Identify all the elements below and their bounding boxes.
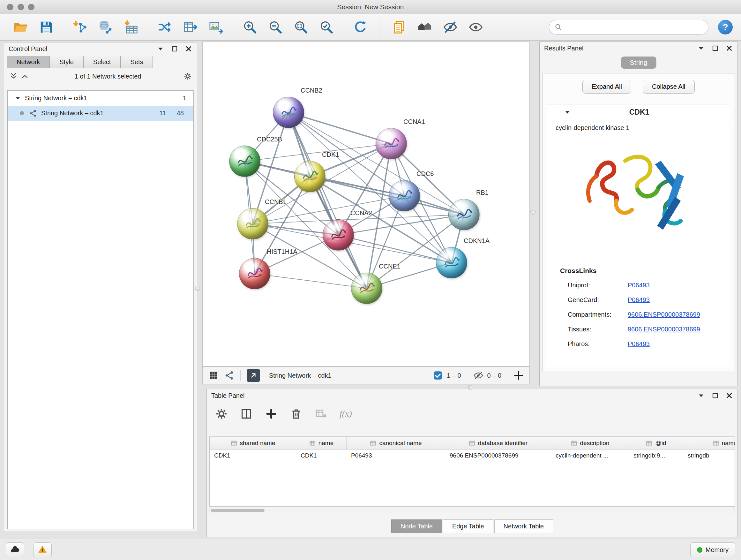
network-node-CDC25B[interactable] (229, 145, 260, 177)
cloud-services-button[interactable] (6, 543, 24, 557)
close-window-button[interactable] (7, 4, 13, 10)
network-node-CCNE1[interactable] (351, 273, 382, 304)
network-node-CCNA2[interactable] (323, 219, 354, 251)
search-box[interactable] (549, 20, 709, 35)
show-graphics-details-button[interactable] (467, 17, 485, 37)
import-table-from-file-button[interactable] (122, 17, 140, 37)
close-panel-icon[interactable] (725, 392, 733, 399)
selected-elements-checkbox-icon[interactable] (433, 370, 443, 381)
tab-network[interactable]: Network (7, 56, 50, 68)
collapse-panel-icon[interactable] (697, 392, 705, 399)
table-cell[interactable]: P06493 (347, 449, 445, 462)
column-header[interactable]: @id (629, 437, 683, 449)
table-cell[interactable]: 9606.ENSP00000378699 (445, 449, 551, 462)
zoom-in-button[interactable] (241, 17, 259, 37)
crosslink-value-link[interactable]: P06493 (628, 296, 650, 304)
network-node-CDC6[interactable] (389, 180, 420, 211)
network-node-CCNB1[interactable] (237, 208, 268, 240)
save-session-button[interactable] (37, 17, 56, 37)
network-view-canvas[interactable]: CCNB2CCNA1CDC25BCDK1CDC6RB1CCNB1CCNA2CDK… (202, 42, 530, 367)
panel-resize-handle-left[interactable] (195, 286, 200, 291)
export-image-button[interactable] (207, 17, 225, 37)
network-node-CDKN1A[interactable] (436, 247, 467, 278)
fit-content-crosshair-icon[interactable] (514, 370, 524, 381)
column-header[interactable]: canonical name (347, 437, 445, 449)
expand-all-button[interactable]: Expand All (583, 80, 631, 94)
zoom-out-button[interactable] (266, 17, 285, 37)
table-cell[interactable]: stringdb (683, 449, 735, 462)
column-header[interactable]: name (296, 437, 347, 449)
panel-resize-handle-right[interactable] (530, 210, 536, 215)
panel-resize-handle-bottom[interactable] (468, 385, 473, 390)
export-table-button[interactable] (181, 17, 200, 37)
network-collection-row[interactable]: String Network – cdk1 1 (8, 91, 193, 106)
close-panel-icon[interactable] (725, 44, 733, 52)
tab-node-table[interactable]: Node Table (391, 519, 442, 533)
open-in-new-window-button[interactable] (247, 369, 260, 382)
table-horizontal-scrollbar[interactable] (209, 508, 735, 513)
maximize-window-button[interactable] (28, 4, 35, 10)
table-row[interactable]: CDK1CDK1P064939606.ENSP00000378699cyclin… (210, 449, 735, 462)
warnings-button[interactable] (33, 543, 52, 557)
help-button[interactable]: ? (718, 20, 733, 35)
float-panel-icon[interactable] (171, 45, 179, 53)
tab-edge-table[interactable]: Edge Table (443, 519, 493, 533)
search-input[interactable] (565, 23, 703, 31)
home-layout-button[interactable] (415, 17, 434, 37)
crosslink-value-link[interactable]: P06493 (628, 282, 650, 289)
float-panel-icon[interactable] (711, 392, 719, 399)
table-cell[interactable]: CDK1 (296, 449, 347, 462)
column-header[interactable]: shared name (210, 437, 296, 449)
add-column-icon[interactable] (265, 408, 278, 420)
crosslink-value-link[interactable]: 9606.ENSP00000378699 (628, 326, 700, 333)
network-edge[interactable] (288, 112, 391, 144)
birds-eye-view-icon[interactable] (208, 370, 219, 381)
column-header[interactable]: namespac (683, 437, 735, 449)
collapse-panel-icon[interactable] (157, 45, 164, 53)
import-network-from-file-button[interactable] (71, 17, 89, 37)
network-analyzer-button[interactable] (156, 17, 174, 37)
tab-style[interactable]: Style (50, 56, 83, 68)
scrollbar-thumb[interactable] (211, 509, 265, 512)
network-node-RB1[interactable] (448, 199, 480, 230)
gene-collapse-icon[interactable] (564, 109, 571, 116)
tab-network-table[interactable]: Network Table (494, 519, 553, 533)
network-node-HIST1H1A[interactable] (239, 258, 270, 289)
network-node-CCNB2[interactable] (273, 97, 304, 128)
network-row-selected[interactable]: String Network – cdk1 11 48 (8, 106, 193, 121)
network-edge[interactable] (288, 112, 367, 288)
crosslink-value-link[interactable]: P06493 (628, 340, 650, 348)
network-node-CDK1[interactable] (294, 161, 326, 192)
copy-style-button[interactable] (390, 17, 408, 37)
function-builder-button[interactable]: f(x) (340, 409, 352, 419)
zoom-selected-region-button[interactable] (317, 17, 336, 37)
hide-annotations-button[interactable] (441, 17, 460, 37)
network-node-CCNA1[interactable] (376, 128, 407, 159)
tab-select[interactable]: Select (84, 56, 121, 68)
refresh-network-button[interactable] (351, 17, 369, 37)
tab-string[interactable]: String (621, 57, 657, 69)
network-options-gear-icon[interactable] (184, 72, 192, 80)
column-header[interactable]: description (551, 437, 629, 449)
memory-button[interactable]: Memory (690, 543, 735, 557)
column-header[interactable]: database identifier (445, 437, 551, 449)
table-cell[interactable]: stringdb:9... (629, 449, 683, 462)
close-panel-icon[interactable] (185, 45, 192, 53)
expand-all-networks-icon[interactable] (21, 72, 29, 80)
collapse-panel-icon[interactable] (697, 44, 705, 52)
show-columns-icon[interactable] (240, 408, 253, 420)
import-network-from-database-button[interactable] (96, 17, 115, 37)
table-cell[interactable]: CDK1 (210, 449, 296, 462)
float-panel-icon[interactable] (711, 44, 719, 52)
delete-column-icon[interactable] (290, 408, 302, 420)
collapse-all-button[interactable]: Collapse All (643, 80, 695, 94)
table-settings-gear-icon[interactable] (215, 408, 228, 420)
table-cell[interactable]: cyclin-dependent ... (551, 449, 629, 462)
minimize-window-button[interactable] (17, 4, 24, 10)
tree-expand-icon[interactable] (15, 95, 21, 102)
crosslink-value-link[interactable]: 9606.ENSP00000378699 (628, 311, 700, 318)
zoom-fit-content-button[interactable] (292, 17, 310, 37)
network-overview-icon[interactable] (224, 370, 234, 381)
tab-sets[interactable]: Sets (121, 56, 153, 68)
network-edge[interactable] (255, 273, 367, 288)
